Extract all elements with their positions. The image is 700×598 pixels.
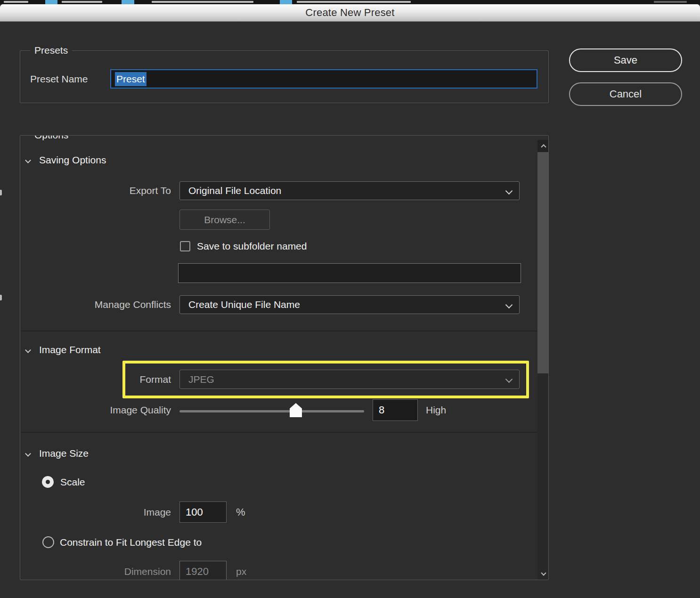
subfolder-checkbox[interactable]: [180, 241, 190, 251]
presets-group: Presets Preset Name Preset: [20, 50, 549, 103]
image-percent-input[interactable]: [179, 501, 227, 523]
chevron-down-icon: [505, 187, 513, 194]
background-tab-fragment: [4, 1, 28, 3]
options-group: Options Saving Options Export To Origina…: [20, 135, 549, 580]
manage-conflicts-dropdown[interactable]: Create Unique File Name: [179, 295, 520, 314]
format-value: JPEG: [188, 374, 214, 385]
export-to-dropdown[interactable]: Original File Location: [179, 181, 520, 200]
background-artifact: [0, 190, 2, 195]
chevron-down-icon: [505, 376, 513, 383]
dimension-label: Dimension: [29, 561, 171, 580]
chevron-down-icon[interactable]: [25, 451, 31, 457]
export-to-label: Export To: [29, 181, 171, 200]
image-quality-label: Image Quality: [29, 399, 171, 421]
chevron-down-icon: [541, 570, 546, 575]
dialog-title: Create New Preset: [305, 7, 394, 19]
background-artifact: [0, 295, 2, 300]
cancel-button[interactable]: Cancel: [569, 82, 682, 106]
background-tab-fragment: [297, 1, 411, 3]
quality-slider-track[interactable]: [179, 410, 364, 412]
subfolder-checkbox-label[interactable]: Save to subfolder named: [197, 240, 307, 253]
section-divider: [21, 331, 538, 331]
image-format-header[interactable]: Image Format: [39, 344, 101, 356]
browse-button[interactable]: Browse...: [179, 210, 270, 230]
options-scrollbar[interactable]: [537, 140, 549, 580]
image-percent-label: Image: [29, 501, 171, 523]
preset-name-selected-text: Preset: [115, 72, 147, 86]
subfolder-name-input[interactable]: [178, 263, 521, 283]
background-tab-fragment: [654, 1, 687, 3]
chevron-up-icon: [541, 144, 546, 149]
background-app-strip: [0, 0, 700, 4]
dimension-unit-label: px: [236, 561, 246, 580]
quality-level-label: High: [426, 399, 446, 421]
scale-radio-label[interactable]: Scale: [60, 476, 85, 489]
export-to-value: Original File Location: [188, 185, 281, 196]
saving-options-header[interactable]: Saving Options: [39, 154, 106, 166]
background-tab-fragment: [152, 1, 253, 3]
quality-value-input[interactable]: [373, 399, 418, 421]
chevron-down-icon: [505, 301, 513, 308]
percent-unit-label: %: [236, 501, 245, 523]
manage-conflicts-value: Create Unique File Name: [188, 299, 300, 310]
preset-name-label: Preset Name: [30, 69, 105, 89]
scrollbar-down-button[interactable]: [537, 568, 549, 580]
save-button[interactable]: Save: [569, 48, 682, 72]
dimension-input[interactable]: [179, 561, 227, 580]
format-dropdown[interactable]: JPEG: [179, 370, 520, 389]
scrollbar-up-button[interactable]: [537, 140, 549, 152]
folder-tab-icon: [280, 0, 292, 4]
folder-tab-icon: [45, 0, 57, 4]
image-size-header[interactable]: Image Size: [39, 448, 89, 459]
chevron-down-icon[interactable]: [25, 347, 31, 353]
options-group-label: Options: [30, 135, 73, 142]
section-divider: [21, 432, 538, 433]
scale-radio[interactable]: [42, 476, 54, 488]
manage-conflicts-label: Manage Conflicts: [29, 295, 171, 314]
preset-name-input[interactable]: Preset: [110, 69, 537, 89]
presets-group-label: Presets: [30, 44, 72, 57]
constrain-radio-label[interactable]: Constrain to Fit Longest Edge to: [60, 536, 202, 549]
constrain-radio[interactable]: [42, 536, 54, 548]
scrollbar-thumb[interactable]: [537, 152, 549, 373]
quality-slider-thumb[interactable]: [290, 403, 302, 417]
format-label: Format: [29, 370, 171, 389]
background-tab-fragment: [62, 1, 102, 3]
folder-tab-icon: [122, 0, 134, 4]
dialog-titlebar: Create New Preset: [0, 4, 700, 22]
chevron-down-icon[interactable]: [25, 157, 31, 163]
